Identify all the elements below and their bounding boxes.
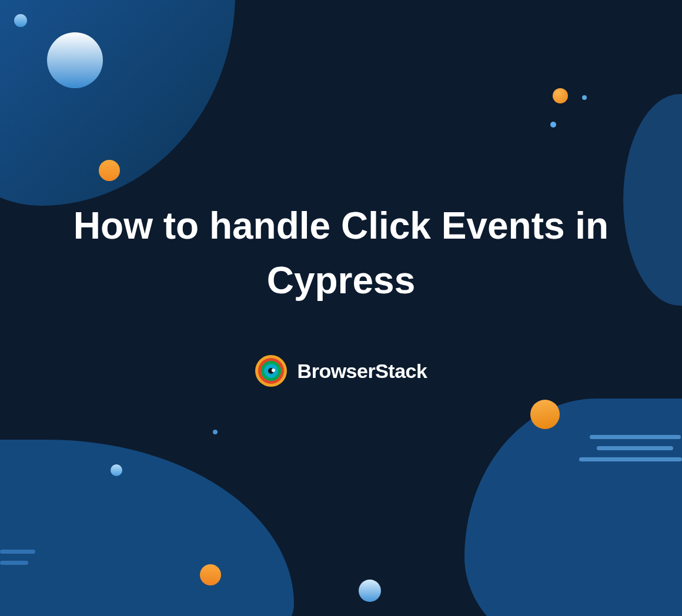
decorative-circle-icon	[553, 88, 568, 103]
decorative-circle-icon	[111, 464, 122, 476]
blob-shape	[464, 399, 682, 616]
decorative-circle-icon	[14, 14, 27, 27]
decorative-lines	[0, 550, 35, 572]
decorative-circle-icon	[213, 430, 218, 434]
decorative-circle-icon	[47, 32, 103, 88]
blob-shape	[0, 440, 294, 616]
decorative-circle-icon	[359, 580, 381, 602]
decorative-circle-icon	[550, 122, 556, 128]
brand-name: BrowserStack	[297, 360, 427, 383]
decorative-lines	[573, 435, 682, 468]
browserstack-logo-icon	[255, 355, 287, 387]
decorative-circle-icon	[200, 564, 221, 585]
decorative-circle-icon	[99, 160, 120, 181]
decorative-circle-icon	[582, 95, 587, 100]
page-title: How to handle Click Events in Cypress	[0, 199, 682, 308]
decorative-circle-icon	[530, 400, 560, 429]
brand-logo: BrowserStack	[0, 355, 682, 387]
